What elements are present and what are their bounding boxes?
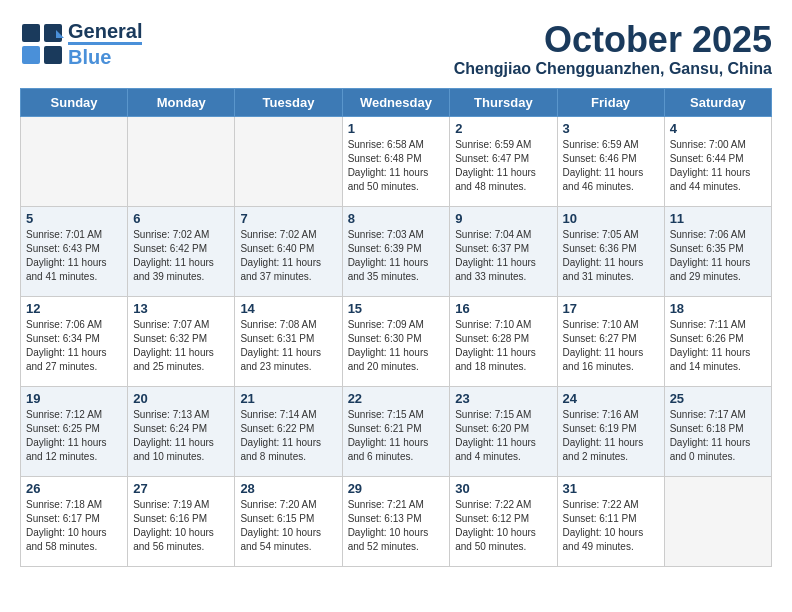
table-row: 28Sunrise: 7:20 AM Sunset: 6:15 PM Dayli… [235,476,342,566]
day-info: Sunrise: 7:11 AM Sunset: 6:26 PM Dayligh… [670,318,766,374]
table-row: 13Sunrise: 7:07 AM Sunset: 6:32 PM Dayli… [128,296,235,386]
day-number: 25 [670,391,766,406]
table-row: 7Sunrise: 7:02 AM Sunset: 6:40 PM Daylig… [235,206,342,296]
day-info: Sunrise: 7:15 AM Sunset: 6:20 PM Dayligh… [455,408,551,464]
calendar-header-row: Sunday Monday Tuesday Wednesday Thursday… [21,88,772,116]
day-number: 16 [455,301,551,316]
day-number: 2 [455,121,551,136]
day-number: 5 [26,211,122,226]
table-row: 15Sunrise: 7:09 AM Sunset: 6:30 PM Dayli… [342,296,450,386]
table-row: 9Sunrise: 7:04 AM Sunset: 6:37 PM Daylig… [450,206,557,296]
day-info: Sunrise: 7:19 AM Sunset: 6:16 PM Dayligh… [133,498,229,554]
table-row: 29Sunrise: 7:21 AM Sunset: 6:13 PM Dayli… [342,476,450,566]
table-row: 24Sunrise: 7:16 AM Sunset: 6:19 PM Dayli… [557,386,664,476]
day-number: 24 [563,391,659,406]
day-number: 27 [133,481,229,496]
title-section: October 2025 Chengjiao Chengguanzhen, Ga… [454,20,772,78]
calendar-week-row: 26Sunrise: 7:18 AM Sunset: 6:17 PM Dayli… [21,476,772,566]
day-info: Sunrise: 7:08 AM Sunset: 6:31 PM Dayligh… [240,318,336,374]
calendar-week-row: 12Sunrise: 7:06 AM Sunset: 6:34 PM Dayli… [21,296,772,386]
month-title: October 2025 [454,20,772,60]
day-number: 10 [563,211,659,226]
table-row: 12Sunrise: 7:06 AM Sunset: 6:34 PM Dayli… [21,296,128,386]
table-row: 30Sunrise: 7:22 AM Sunset: 6:12 PM Dayli… [450,476,557,566]
col-monday: Monday [128,88,235,116]
day-number: 26 [26,481,122,496]
table-row [235,116,342,206]
day-info: Sunrise: 7:16 AM Sunset: 6:19 PM Dayligh… [563,408,659,464]
page-header: General Blue October 2025 Chengjiao Chen… [20,20,772,78]
table-row: 1Sunrise: 6:58 AM Sunset: 6:48 PM Daylig… [342,116,450,206]
day-info: Sunrise: 7:04 AM Sunset: 6:37 PM Dayligh… [455,228,551,284]
day-info: Sunrise: 7:09 AM Sunset: 6:30 PM Dayligh… [348,318,445,374]
logo: General Blue [20,20,142,68]
day-number: 12 [26,301,122,316]
col-friday: Friday [557,88,664,116]
table-row: 22Sunrise: 7:15 AM Sunset: 6:21 PM Dayli… [342,386,450,476]
logo-general: General [68,20,142,42]
day-info: Sunrise: 7:22 AM Sunset: 6:11 PM Dayligh… [563,498,659,554]
day-number: 18 [670,301,766,316]
day-number: 28 [240,481,336,496]
day-info: Sunrise: 7:00 AM Sunset: 6:44 PM Dayligh… [670,138,766,194]
day-info: Sunrise: 7:03 AM Sunset: 6:39 PM Dayligh… [348,228,445,284]
table-row: 6Sunrise: 7:02 AM Sunset: 6:42 PM Daylig… [128,206,235,296]
day-number: 6 [133,211,229,226]
day-info: Sunrise: 7:18 AM Sunset: 6:17 PM Dayligh… [26,498,122,554]
table-row: 17Sunrise: 7:10 AM Sunset: 6:27 PM Dayli… [557,296,664,386]
table-row: 16Sunrise: 7:10 AM Sunset: 6:28 PM Dayli… [450,296,557,386]
calendar-week-row: 1Sunrise: 6:58 AM Sunset: 6:48 PM Daylig… [21,116,772,206]
table-row: 21Sunrise: 7:14 AM Sunset: 6:22 PM Dayli… [235,386,342,476]
table-row [664,476,771,566]
day-number: 22 [348,391,445,406]
day-info: Sunrise: 7:17 AM Sunset: 6:18 PM Dayligh… [670,408,766,464]
col-tuesday: Tuesday [235,88,342,116]
day-number: 31 [563,481,659,496]
day-info: Sunrise: 7:07 AM Sunset: 6:32 PM Dayligh… [133,318,229,374]
day-number: 23 [455,391,551,406]
calendar-week-row: 5Sunrise: 7:01 AM Sunset: 6:43 PM Daylig… [21,206,772,296]
day-info: Sunrise: 7:13 AM Sunset: 6:24 PM Dayligh… [133,408,229,464]
day-number: 9 [455,211,551,226]
table-row: 5Sunrise: 7:01 AM Sunset: 6:43 PM Daylig… [21,206,128,296]
day-info: Sunrise: 7:06 AM Sunset: 6:34 PM Dayligh… [26,318,122,374]
day-info: Sunrise: 7:05 AM Sunset: 6:36 PM Dayligh… [563,228,659,284]
table-row: 3Sunrise: 6:59 AM Sunset: 6:46 PM Daylig… [557,116,664,206]
day-info: Sunrise: 7:15 AM Sunset: 6:21 PM Dayligh… [348,408,445,464]
svg-rect-2 [22,46,40,64]
calendar-week-row: 19Sunrise: 7:12 AM Sunset: 6:25 PM Dayli… [21,386,772,476]
day-info: Sunrise: 7:20 AM Sunset: 6:15 PM Dayligh… [240,498,336,554]
day-number: 7 [240,211,336,226]
table-row: 23Sunrise: 7:15 AM Sunset: 6:20 PM Dayli… [450,386,557,476]
col-sunday: Sunday [21,88,128,116]
day-number: 15 [348,301,445,316]
day-number: 19 [26,391,122,406]
table-row: 25Sunrise: 7:17 AM Sunset: 6:18 PM Dayli… [664,386,771,476]
table-row: 4Sunrise: 7:00 AM Sunset: 6:44 PM Daylig… [664,116,771,206]
svg-rect-3 [44,46,62,64]
table-row: 20Sunrise: 7:13 AM Sunset: 6:24 PM Dayli… [128,386,235,476]
day-number: 8 [348,211,445,226]
day-info: Sunrise: 6:58 AM Sunset: 6:48 PM Dayligh… [348,138,445,194]
day-info: Sunrise: 7:14 AM Sunset: 6:22 PM Dayligh… [240,408,336,464]
day-number: 1 [348,121,445,136]
day-number: 29 [348,481,445,496]
day-info: Sunrise: 7:10 AM Sunset: 6:27 PM Dayligh… [563,318,659,374]
day-number: 4 [670,121,766,136]
table-row: 18Sunrise: 7:11 AM Sunset: 6:26 PM Dayli… [664,296,771,386]
table-row [128,116,235,206]
table-row [21,116,128,206]
day-number: 17 [563,301,659,316]
day-number: 14 [240,301,336,316]
day-number: 20 [133,391,229,406]
day-info: Sunrise: 7:02 AM Sunset: 6:42 PM Dayligh… [133,228,229,284]
table-row: 27Sunrise: 7:19 AM Sunset: 6:16 PM Dayli… [128,476,235,566]
svg-rect-1 [44,24,62,42]
day-info: Sunrise: 7:10 AM Sunset: 6:28 PM Dayligh… [455,318,551,374]
col-thursday: Thursday [450,88,557,116]
day-info: Sunrise: 7:22 AM Sunset: 6:12 PM Dayligh… [455,498,551,554]
day-number: 21 [240,391,336,406]
table-row: 31Sunrise: 7:22 AM Sunset: 6:11 PM Dayli… [557,476,664,566]
day-info: Sunrise: 7:12 AM Sunset: 6:25 PM Dayligh… [26,408,122,464]
table-row: 26Sunrise: 7:18 AM Sunset: 6:17 PM Dayli… [21,476,128,566]
